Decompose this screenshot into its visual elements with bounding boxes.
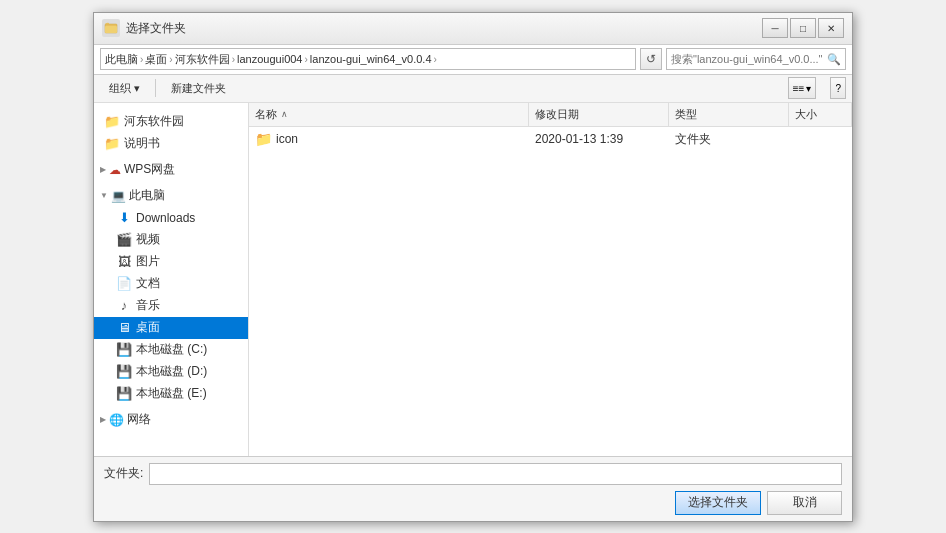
file-date-cell: 2020-01-13 1:39 <box>529 127 669 152</box>
view-button[interactable]: ≡≡ ▾ <box>788 77 817 99</box>
cancel-button[interactable]: 取消 <box>767 491 842 515</box>
expand-arrow-icon: ▶ <box>100 415 106 424</box>
table-row[interactable]: 📁 icon 2020-01-13 1:39 文件夹 <box>249 127 852 153</box>
wps-icon: ☁ <box>109 163 121 177</box>
dialog-title: 选择文件夹 <box>126 20 762 37</box>
music-icon: ♪ <box>116 298 132 313</box>
file-size-cell <box>789 127 852 152</box>
sidebar-item-desktop[interactable]: 🖥 桌面 <box>94 317 248 339</box>
maximize-button[interactable]: □ <box>790 18 816 38</box>
folder-icon: 📁 <box>104 114 120 129</box>
organize-button[interactable]: 组织 ▾ <box>100 77 149 99</box>
file-dialog: 选择文件夹 ─ □ ✕ 此电脑 › 桌面 › 河东软件园 › lanzougui… <box>93 12 853 522</box>
folder-input-row: 文件夹: <box>104 463 842 485</box>
sidebar-item-label: 文档 <box>136 275 160 292</box>
sidebar-item-label: 本地磁盘 (D:) <box>136 363 207 380</box>
column-type[interactable]: 类型 <box>669 103 789 126</box>
breadcrumb-part-0[interactable]: 此电脑 <box>105 52 138 67</box>
sidebar-item-drive-e[interactable]: 💾 本地磁盘 (E:) <box>94 383 248 405</box>
breadcrumb-sep-4: › <box>434 54 437 65</box>
sidebar-label-network: 网络 <box>127 411 151 428</box>
view-arrow-icon: ▾ <box>806 83 811 94</box>
search-icon: 🔍 <box>827 53 841 66</box>
address-bar: 此电脑 › 桌面 › 河东软件园 › lanzougui004 › lanzou… <box>94 45 852 75</box>
image-icon: 🖼 <box>116 254 132 269</box>
breadcrumb-sep-3: › <box>304 54 307 65</box>
video-icon: 🎬 <box>116 232 132 247</box>
downloads-icon: ⬇ <box>116 210 132 225</box>
sidebar-item-label: 视频 <box>136 231 160 248</box>
folder-label: 文件夹: <box>104 465 143 482</box>
computer-icon: 💻 <box>111 189 126 203</box>
sidebar-item-label: 河东软件园 <box>124 113 184 130</box>
search-box[interactable]: 🔍 <box>666 48 846 70</box>
doc-icon: 📄 <box>116 276 132 291</box>
search-input[interactable] <box>671 53 827 65</box>
expand-arrow-icon: ▶ <box>100 165 106 174</box>
sidebar-header-network[interactable]: ▶ 🌐 网络 <box>94 409 248 431</box>
view-icon: ≡≡ <box>793 83 805 94</box>
drive-icon: 💾 <box>116 386 132 401</box>
window-controls: ─ □ ✕ <box>762 18 844 38</box>
sidebar-item-image[interactable]: 🖼 图片 <box>94 251 248 273</box>
dialog-icon <box>102 19 120 37</box>
breadcrumb-sep-0: › <box>140 54 143 65</box>
folder-input[interactable] <box>149 463 842 485</box>
refresh-button[interactable]: ↺ <box>640 48 662 70</box>
title-bar: 选择文件夹 ─ □ ✕ <box>94 13 852 45</box>
file-type-cell: 文件夹 <box>669 127 789 152</box>
desktop-icon: 🖥 <box>116 320 132 335</box>
sidebar-item-label: Downloads <box>136 211 195 225</box>
file-pane: 名称 ∧ 修改日期 类型 大小 📁 icon <box>249 103 852 456</box>
breadcrumb-part-3[interactable]: lanzougui004 <box>237 53 302 65</box>
column-name[interactable]: 名称 ∧ <box>249 103 529 126</box>
drive-icon: 💾 <box>116 364 132 379</box>
sidebar-item-downloads[interactable]: ⬇ Downloads <box>94 207 248 229</box>
column-size[interactable]: 大小 <box>789 103 852 126</box>
toolbar: 组织 ▾ 新建文件夹 ≡≡ ▾ ? <box>94 75 852 103</box>
breadcrumb-part-1[interactable]: 桌面 <box>145 52 167 67</box>
sidebar-item-video[interactable]: 🎬 视频 <box>94 229 248 251</box>
file-name-cell: 📁 icon <box>249 127 529 152</box>
sidebar-section-shortcuts: 📁 河东软件园 📁 说明书 <box>94 111 248 155</box>
column-date[interactable]: 修改日期 <box>529 103 669 126</box>
sidebar-section-wps: ▶ ☁ WPS网盘 <box>94 159 248 181</box>
sidebar-item-drive-d[interactable]: 💾 本地磁盘 (D:) <box>94 361 248 383</box>
sidebar-item-label: 本地磁盘 (E:) <box>136 385 207 402</box>
close-button[interactable]: ✕ <box>818 18 844 38</box>
folder-icon: 📁 <box>255 131 271 147</box>
sidebar-label-wps: WPS网盘 <box>124 161 175 178</box>
sidebar-item-doc[interactable]: 📄 文档 <box>94 273 248 295</box>
sidebar-item-label: 本地磁盘 (C:) <box>136 341 207 358</box>
sidebar-item-drive-c[interactable]: 💾 本地磁盘 (C:) <box>94 339 248 361</box>
sidebar: 📁 河东软件园 📁 说明书 ▶ ☁ WPS网盘 ▼ <box>94 103 249 456</box>
breadcrumb[interactable]: 此电脑 › 桌面 › 河东软件园 › lanzougui004 › lanzou… <box>100 48 636 70</box>
breadcrumb-part-4[interactable]: lanzou-gui_win64_v0.0.4 <box>310 53 432 65</box>
sidebar-header-thispc[interactable]: ▼ 💻 此电脑 <box>94 185 248 207</box>
select-folder-button[interactable]: 选择文件夹 <box>675 491 761 515</box>
sort-arrow-icon: ∧ <box>281 109 288 119</box>
file-header: 名称 ∧ 修改日期 类型 大小 <box>249 103 852 127</box>
sidebar-item-hedong[interactable]: 📁 河东软件园 <box>94 111 248 133</box>
breadcrumb-sep-2: › <box>232 54 235 65</box>
sidebar-item-shuoming[interactable]: 📁 说明书 <box>94 133 248 155</box>
network-icon: 🌐 <box>109 413 124 427</box>
sidebar-header-wps[interactable]: ▶ ☁ WPS网盘 <box>94 159 248 181</box>
sidebar-section-network: ▶ 🌐 网络 <box>94 409 248 431</box>
svg-rect-1 <box>105 26 117 33</box>
expand-arrow-icon: ▼ <box>100 191 108 200</box>
new-folder-button[interactable]: 新建文件夹 <box>162 77 235 99</box>
drive-icon: 💾 <box>116 342 132 357</box>
folder-icon: 📁 <box>104 136 120 151</box>
toolbar-separator <box>155 79 156 97</box>
help-button[interactable]: ? <box>830 77 846 99</box>
breadcrumb-part-2[interactable]: 河东软件园 <box>175 52 230 67</box>
file-list[interactable]: 📁 icon 2020-01-13 1:39 文件夹 <box>249 127 852 456</box>
sidebar-label-thispc: 此电脑 <box>129 187 165 204</box>
breadcrumb-sep-1: › <box>169 54 172 65</box>
sidebar-item-label: 说明书 <box>124 135 160 152</box>
sidebar-item-music[interactable]: ♪ 音乐 <box>94 295 248 317</box>
minimize-button[interactable]: ─ <box>762 18 788 38</box>
bottom-bar: 文件夹: 选择文件夹 取消 <box>94 456 852 521</box>
main-content: 📁 河东软件园 📁 说明书 ▶ ☁ WPS网盘 ▼ <box>94 103 852 456</box>
